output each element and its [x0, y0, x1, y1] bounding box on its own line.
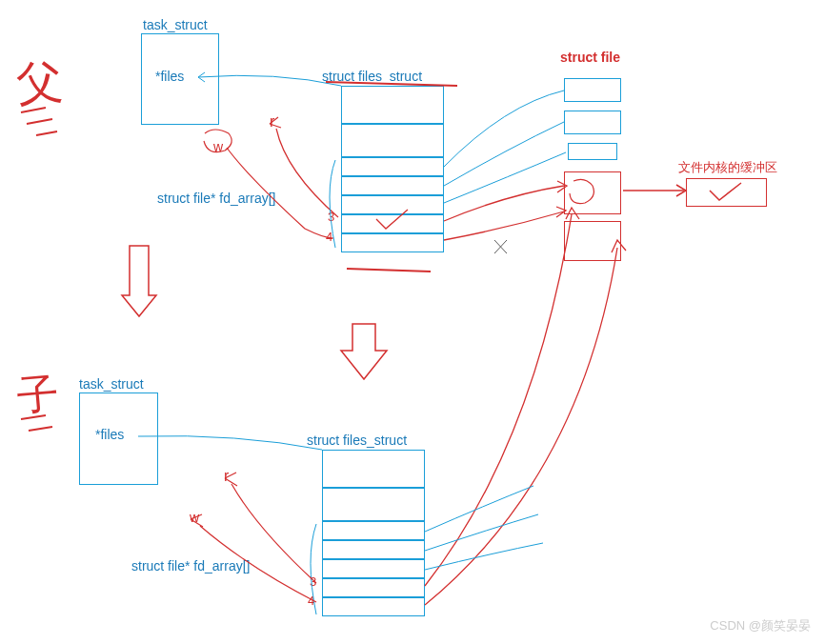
label-fd-array-top: struct file* fd_array[]	[157, 191, 276, 206]
box-fd-array-bottom-2	[322, 559, 425, 578]
label-three-bottom: 3	[310, 574, 316, 589]
handwriting-parent: 父	[14, 50, 65, 115]
box-fd-array-bottom-0	[322, 521, 425, 540]
box-struct-file-2	[568, 143, 617, 160]
label-files-struct-top: struct files_struct	[322, 69, 422, 84]
box-files-struct-top-1	[341, 124, 444, 157]
box-struct-file-0	[564, 78, 621, 102]
label-w-bottom: w	[190, 510, 199, 525]
box-fd-array-top-2	[341, 195, 444, 214]
box-files-struct-top-0	[341, 86, 444, 124]
box-files-struct-bottom-0	[322, 450, 425, 488]
box-struct-file-1	[564, 111, 621, 134]
label-buffer: 文件内核的缓冲区	[678, 159, 777, 176]
box-fd-array-bottom-4	[322, 597, 425, 616]
label-files-struct-bottom: struct files_struct	[307, 433, 407, 448]
box-struct-file-red-1	[564, 221, 621, 261]
box-fd-array-top-4	[341, 233, 444, 252]
box-struct-file-red-0	[564, 171, 621, 214]
watermark: CSDN @颜笑晏晏	[710, 617, 811, 634]
label-struct-file: struct file	[560, 50, 620, 65]
label-three-top: 3	[328, 210, 334, 224]
label-r-top: r	[270, 113, 274, 131]
label-files-ptr-bottom: *files	[95, 427, 124, 442]
label-four-bottom: 4	[308, 594, 314, 608]
label-files-ptr-top: *files	[155, 69, 184, 84]
box-fd-array-top-3	[341, 214, 444, 233]
box-fd-array-bottom-1	[322, 540, 425, 559]
label-r-bottom: r	[224, 468, 229, 485]
box-buffer	[686, 178, 767, 207]
label-w-top: w	[213, 139, 223, 154]
label-four-top: 4	[326, 230, 332, 244]
label-fd-array-bottom: struct file* fd_array[]	[131, 558, 251, 574]
handwriting-child: 子	[15, 365, 62, 425]
box-fd-array-bottom-3	[322, 578, 425, 597]
box-fd-array-top-0	[341, 157, 444, 176]
box-fd-array-top-1	[341, 176, 444, 195]
label-task-struct-top: task_struct	[143, 17, 208, 32]
label-task-struct-bottom: task_struct	[79, 376, 144, 392]
box-files-struct-bottom-1	[322, 488, 425, 521]
